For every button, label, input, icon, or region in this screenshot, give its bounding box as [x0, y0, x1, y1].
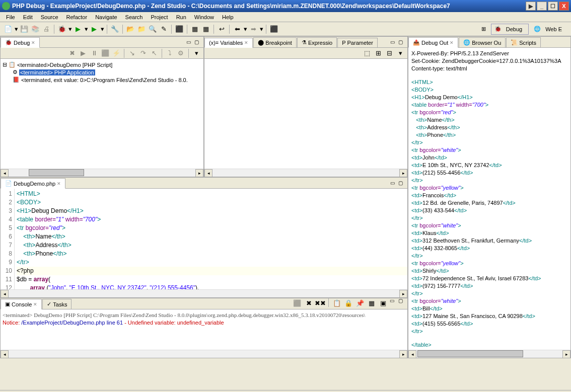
scroll-left-icon[interactable]: ◂ [408, 350, 416, 358]
tab-tasks[interactable]: ✓ Tasks [42, 299, 72, 309]
menu-search[interactable]: Search [121, 13, 147, 21]
last-edit-button[interactable]: ↩ [217, 24, 227, 34]
clear-console-icon[interactable]: 📋 [332, 298, 342, 308]
perspective-web[interactable]: 🌐 Web E [531, 24, 568, 34]
open-console-icon[interactable]: ▣ [378, 298, 388, 308]
tree-app[interactable]: ⚙ <terminated> PHP Application [3, 68, 201, 76]
debug-dropdown[interactable]: ▾ [68, 24, 72, 34]
scroll-left-icon[interactable]: ◂ [204, 169, 212, 177]
tab-parameters[interactable]: P Parameter [337, 38, 378, 47]
menu-help[interactable]: Help [218, 13, 238, 21]
minimize-pane-icon[interactable]: ▭ [390, 298, 397, 305]
console-body[interactable]: <terminated> DebugDemo [PHP Script] C:\P… [1, 309, 407, 350]
save-button[interactable]: 💾 [19, 24, 29, 34]
suspend-icon[interactable]: ⏸ [89, 48, 99, 58]
prev-annotation-button[interactable]: ▦ [201, 24, 211, 34]
toggle-mark-button[interactable]: ⬛ [174, 24, 184, 34]
print-button[interactable]: 🖨 [41, 24, 51, 34]
step-into-icon[interactable]: ↘ [127, 48, 137, 58]
tab-scripts[interactable]: 📜 Scripts [506, 37, 541, 47]
open-resource-button[interactable]: 📁 [136, 24, 147, 34]
remove-terminated-icon[interactable]: ✖ [67, 48, 77, 58]
back-button[interactable]: ⬅ [232, 24, 242, 34]
tab-browser-output[interactable]: 🌐 Browser Ou [459, 37, 506, 47]
maximize-pane-icon[interactable]: ▢ [398, 298, 405, 305]
editor-body[interactable]: 123456789101112 <HTML> <BODY> <H1>Debug … [1, 189, 407, 289]
run-last-button[interactable]: ▶ [89, 24, 99, 34]
code-area[interactable]: <HTML> <BODY> <H1>Debug Demo</H1> <table… [15, 189, 407, 289]
scroll-right-icon[interactable]: ▸ [399, 169, 407, 177]
step-return-icon[interactable]: ↖ [149, 48, 159, 58]
terminate-icon[interactable]: ⬛ [100, 48, 110, 58]
maximize-pane-icon[interactable]: ▢ [398, 39, 405, 46]
console-hscroll[interactable]: ◂ ▸ [1, 350, 407, 358]
menu-refactor[interactable]: Refactor [62, 13, 92, 21]
step-over-icon[interactable]: ↷ [138, 48, 148, 58]
debug-menu-icon[interactable]: ▾ [191, 48, 201, 58]
forward-button[interactable]: ➡ [248, 24, 258, 34]
display-selected-icon[interactable]: ▦ [367, 298, 377, 308]
scroll-right-icon[interactable]: ▸ [399, 290, 407, 298]
open-perspective-button[interactable]: ⊞ [478, 25, 489, 33]
run-button[interactable]: ▶ [73, 24, 83, 34]
back-dropdown[interactable]: ▾ [243, 24, 247, 34]
debug-button[interactable]: 🐞 [57, 24, 67, 34]
annotate-button[interactable]: ✎ [159, 24, 169, 34]
stop-button[interactable]: ⬛ [269, 24, 279, 34]
output-hscroll[interactable]: ◂ ▸ [408, 350, 570, 358]
run-last-dropdown[interactable]: ▾ [100, 24, 104, 34]
maximize-button[interactable]: ☐ [548, 2, 558, 11]
resume-icon[interactable]: ▶ [78, 48, 88, 58]
tab-debug-output[interactable]: 📤 Debug Out ✕ [408, 37, 458, 48]
next-annotation-button[interactable]: ▦ [190, 24, 200, 34]
scroll-left-icon[interactable]: ◂ [1, 290, 9, 298]
editor-hscroll[interactable]: ◂ ▸ [1, 289, 407, 297]
save-all-button[interactable]: 📚 [30, 24, 40, 34]
show-type-names-icon[interactable]: ⬚ [362, 48, 372, 58]
perspective-debug[interactable]: 🐞 Debug [491, 24, 529, 35]
scroll-right-icon[interactable]: ▸ [399, 350, 407, 358]
tab-variables[interactable]: (x)= Variables ✕ [204, 38, 253, 48]
tree-exit[interactable]: 📕 <terminated, exit value: 0>C:\Program … [3, 76, 201, 84]
view-menu-icon[interactable]: ▾ [395, 48, 405, 58]
tab-breakpoints[interactable]: ⬤ Breakpoint [253, 37, 297, 47]
pin-console-icon[interactable]: 📌 [355, 298, 365, 308]
drop-frame-icon[interactable]: ⤵ [165, 48, 175, 58]
minimize-pane-icon[interactable]: ▭ [390, 39, 397, 46]
menu-window[interactable]: Window [190, 13, 218, 21]
menu-edit[interactable]: Edit [19, 13, 37, 21]
vars-hscroll[interactable]: ◂ ▸ [204, 169, 407, 177]
new-button[interactable]: 📄 [3, 24, 13, 34]
debug-hscroll[interactable]: ◂ ▸ [1, 169, 203, 177]
terminate-console-icon[interactable]: ⬛ [292, 298, 302, 308]
tab-console[interactable]: ▣ Console ✕ [1, 299, 42, 309]
search-button[interactable]: 🔍 [148, 24, 158, 34]
scroll-left-icon[interactable]: ◂ [1, 169, 9, 177]
use-step-filters-icon[interactable]: ⚙ [176, 48, 186, 58]
minimize-pane-icon[interactable]: ▭ [390, 180, 397, 187]
fast-view-button[interactable]: ▶ [526, 2, 536, 11]
new-dropdown[interactable]: ▾ [14, 24, 18, 34]
collapse-all-icon[interactable]: ⊟ [384, 48, 394, 58]
open-type-button[interactable]: 📂 [125, 24, 135, 34]
tab-expressions[interactable]: ⚗ Expressio [297, 37, 337, 47]
menu-navigate[interactable]: Navigate [91, 13, 121, 21]
scroll-left-icon[interactable]: ◂ [1, 350, 9, 358]
remove-all-icon[interactable]: ✖✖ [315, 298, 325, 308]
minimize-pane-icon[interactable]: ▭ [186, 39, 193, 46]
minimize-button[interactable]: _ [537, 2, 547, 11]
menu-source[interactable]: Source [37, 13, 62, 21]
tab-debug[interactable]: 🐞 Debug ✕ [1, 37, 40, 48]
maximize-pane-icon[interactable]: ▢ [398, 180, 405, 187]
disconnect-icon[interactable]: ⚡ [111, 48, 121, 58]
maximize-pane-icon[interactable]: ▢ [194, 39, 201, 46]
tree-root[interactable]: ⊟ 📋 <terminated>DebugDemo [PHP Script] [3, 61, 201, 68]
forward-dropdown[interactable]: ▾ [259, 24, 263, 34]
show-logical-icon[interactable]: ⊞ [373, 48, 383, 58]
menu-run[interactable]: Run [172, 13, 190, 21]
menu-file[interactable]: File [2, 13, 19, 21]
remove-launch-icon[interactable]: ✖ [304, 298, 314, 308]
tab-editor-file[interactable]: 📄 DebugDemo.php ✕ [1, 178, 65, 189]
scroll-right-icon[interactable]: ▸ [562, 350, 570, 358]
scroll-lock-icon[interactable]: 🔒 [343, 298, 353, 308]
